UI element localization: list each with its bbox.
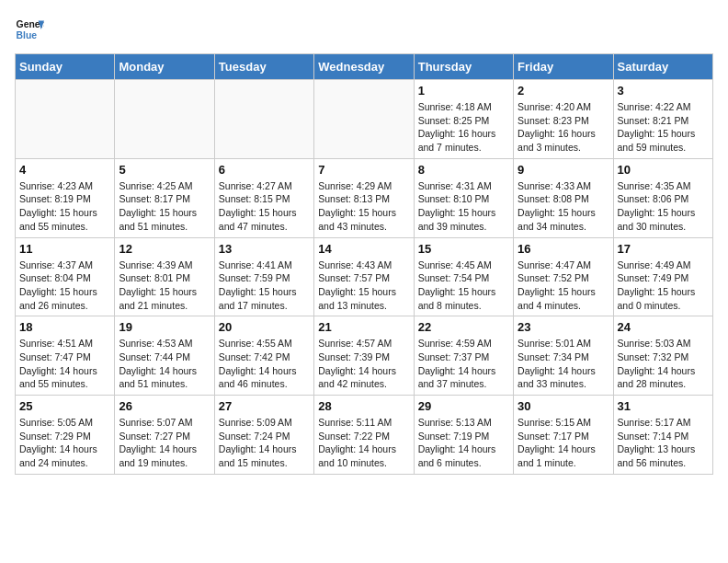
logo-icon: General Blue (15, 15, 44, 44)
calendar-cell: 10Sunrise: 4:35 AMSunset: 8:06 PMDayligh… (613, 158, 712, 237)
calendar-cell: 26Sunrise: 5:07 AMSunset: 7:27 PMDayligh… (115, 396, 214, 475)
calendar-cell: 27Sunrise: 5:09 AMSunset: 7:24 PMDayligh… (214, 396, 313, 475)
calendar-cell: 3Sunrise: 4:22 AMSunset: 8:21 PMDaylight… (613, 80, 712, 159)
week-row-3: 11Sunrise: 4:37 AMSunset: 8:04 PMDayligh… (16, 237, 713, 316)
calendar-cell (115, 80, 214, 159)
calendar-cell: 25Sunrise: 5:05 AMSunset: 7:29 PMDayligh… (16, 396, 115, 475)
day-info: Sunrise: 4:45 AMSunset: 7:54 PMDaylight:… (418, 259, 509, 313)
calendar-cell: 16Sunrise: 4:47 AMSunset: 7:52 PMDayligh… (514, 237, 613, 316)
weekday-header-row: SundayMondayTuesdayWednesdayThursdayFrid… (16, 54, 713, 80)
calendar-cell: 7Sunrise: 4:29 AMSunset: 8:13 PMDaylight… (314, 158, 414, 237)
week-row-4: 18Sunrise: 4:51 AMSunset: 7:47 PMDayligh… (16, 316, 713, 396)
day-number: 15 (418, 242, 509, 256)
day-number: 19 (119, 320, 210, 334)
day-number: 18 (19, 320, 110, 334)
day-number: 29 (418, 399, 509, 413)
svg-text:Blue: Blue (17, 30, 38, 40)
day-number: 6 (219, 163, 310, 177)
day-info: Sunrise: 4:55 AMSunset: 7:42 PMDaylight:… (219, 337, 310, 391)
calendar-cell: 14Sunrise: 4:43 AMSunset: 7:57 PMDayligh… (314, 237, 414, 316)
calendar-cell: 9Sunrise: 4:33 AMSunset: 8:08 PMDaylight… (514, 158, 613, 237)
calendar-cell: 23Sunrise: 5:01 AMSunset: 7:34 PMDayligh… (514, 316, 613, 396)
day-number: 23 (518, 320, 609, 334)
day-number: 10 (618, 163, 709, 177)
weekday-header-wednesday: Wednesday (314, 54, 414, 80)
day-info: Sunrise: 4:39 AMSunset: 8:01 PMDaylight:… (119, 259, 210, 313)
weekday-header-saturday: Saturday (613, 54, 712, 80)
day-info: Sunrise: 4:51 AMSunset: 7:47 PMDaylight:… (19, 337, 110, 391)
day-number: 31 (618, 399, 709, 413)
weekday-header-friday: Friday (514, 54, 613, 80)
day-number: 16 (518, 242, 609, 256)
day-info: Sunrise: 5:13 AMSunset: 7:19 PMDaylight:… (418, 416, 509, 470)
calendar-cell: 2Sunrise: 4:20 AMSunset: 8:23 PMDaylight… (514, 80, 613, 159)
weekday-header-tuesday: Tuesday (214, 54, 313, 80)
day-number: 7 (318, 163, 409, 177)
day-number: 21 (318, 320, 409, 334)
day-number: 20 (219, 320, 310, 334)
calendar-cell (16, 80, 115, 159)
week-row-5: 25Sunrise: 5:05 AMSunset: 7:29 PMDayligh… (16, 396, 713, 475)
day-info: Sunrise: 4:47 AMSunset: 7:52 PMDaylight:… (518, 259, 609, 313)
day-number: 25 (19, 399, 110, 413)
calendar-cell: 12Sunrise: 4:39 AMSunset: 8:01 PMDayligh… (115, 237, 214, 316)
day-info: Sunrise: 4:20 AMSunset: 8:23 PMDaylight:… (518, 100, 609, 155)
calendar-cell: 15Sunrise: 4:45 AMSunset: 7:54 PMDayligh… (414, 237, 513, 316)
day-info: Sunrise: 4:53 AMSunset: 7:44 PMDaylight:… (119, 337, 210, 391)
day-info: Sunrise: 4:31 AMSunset: 8:10 PMDaylight:… (418, 179, 509, 234)
calendar-cell: 8Sunrise: 4:31 AMSunset: 8:10 PMDaylight… (414, 158, 513, 237)
day-info: Sunrise: 5:09 AMSunset: 7:24 PMDaylight:… (219, 416, 310, 470)
day-info: Sunrise: 4:43 AMSunset: 7:57 PMDaylight:… (318, 259, 409, 313)
day-number: 17 (618, 242, 709, 256)
calendar-cell: 11Sunrise: 4:37 AMSunset: 8:04 PMDayligh… (16, 237, 115, 316)
day-number: 13 (219, 242, 310, 256)
calendar-cell: 29Sunrise: 5:13 AMSunset: 7:19 PMDayligh… (414, 396, 513, 475)
day-info: Sunrise: 5:07 AMSunset: 7:27 PMDaylight:… (119, 416, 210, 470)
calendar-cell: 17Sunrise: 4:49 AMSunset: 7:49 PMDayligh… (613, 237, 712, 316)
day-info: Sunrise: 4:59 AMSunset: 7:37 PMDaylight:… (418, 337, 509, 391)
calendar-cell: 28Sunrise: 5:11 AMSunset: 7:22 PMDayligh… (314, 396, 414, 475)
calendar-cell: 19Sunrise: 4:53 AMSunset: 7:44 PMDayligh… (115, 316, 214, 396)
calendar-cell: 24Sunrise: 5:03 AMSunset: 7:32 PMDayligh… (613, 316, 712, 396)
day-number: 8 (418, 163, 509, 177)
day-number: 4 (19, 163, 110, 177)
day-number: 9 (518, 163, 609, 177)
day-number: 1 (418, 84, 509, 98)
day-number: 5 (119, 163, 210, 177)
day-info: Sunrise: 4:49 AMSunset: 7:49 PMDaylight:… (618, 259, 709, 313)
day-number: 11 (19, 242, 110, 256)
day-number: 24 (618, 320, 709, 334)
day-number: 3 (618, 84, 709, 98)
calendar-cell: 13Sunrise: 4:41 AMSunset: 7:59 PMDayligh… (214, 237, 313, 316)
calendar-cell: 31Sunrise: 5:17 AMSunset: 7:14 PMDayligh… (613, 396, 712, 475)
day-info: Sunrise: 4:33 AMSunset: 8:08 PMDaylight:… (518, 179, 609, 234)
day-number: 28 (318, 399, 409, 413)
day-info: Sunrise: 4:18 AMSunset: 8:25 PMDaylight:… (418, 100, 509, 155)
day-number: 12 (119, 242, 210, 256)
day-info: Sunrise: 5:01 AMSunset: 7:34 PMDaylight:… (518, 337, 609, 391)
day-number: 30 (518, 399, 609, 413)
day-info: Sunrise: 4:22 AMSunset: 8:21 PMDaylight:… (618, 100, 709, 155)
day-number: 22 (418, 320, 509, 334)
week-row-1: 1Sunrise: 4:18 AMSunset: 8:25 PMDaylight… (16, 80, 713, 159)
day-info: Sunrise: 4:41 AMSunset: 7:59 PMDaylight:… (219, 259, 310, 313)
calendar-cell: 5Sunrise: 4:25 AMSunset: 8:17 PMDaylight… (115, 158, 214, 237)
calendar-cell: 22Sunrise: 4:59 AMSunset: 7:37 PMDayligh… (414, 316, 513, 396)
calendar-cell: 18Sunrise: 4:51 AMSunset: 7:47 PMDayligh… (16, 316, 115, 396)
day-info: Sunrise: 5:15 AMSunset: 7:17 PMDaylight:… (518, 416, 609, 470)
calendar-table: SundayMondayTuesdayWednesdayThursdayFrid… (15, 53, 713, 475)
day-info: Sunrise: 4:23 AMSunset: 8:19 PMDaylight:… (19, 179, 110, 234)
calendar-cell: 30Sunrise: 5:15 AMSunset: 7:17 PMDayligh… (514, 396, 613, 475)
day-number: 27 (219, 399, 310, 413)
day-info: Sunrise: 5:11 AMSunset: 7:22 PMDaylight:… (318, 416, 409, 470)
calendar-cell: 4Sunrise: 4:23 AMSunset: 8:19 PMDaylight… (16, 158, 115, 237)
day-number: 2 (518, 84, 609, 98)
day-info: Sunrise: 4:57 AMSunset: 7:39 PMDaylight:… (318, 337, 409, 391)
weekday-header-sunday: Sunday (16, 54, 115, 80)
day-number: 26 (119, 399, 210, 413)
day-info: Sunrise: 4:35 AMSunset: 8:06 PMDaylight:… (618, 179, 709, 234)
calendar-cell (314, 80, 414, 159)
calendar-cell: 21Sunrise: 4:57 AMSunset: 7:39 PMDayligh… (314, 316, 414, 396)
weekday-header-thursday: Thursday (414, 54, 513, 80)
calendar-cell: 20Sunrise: 4:55 AMSunset: 7:42 PMDayligh… (214, 316, 313, 396)
